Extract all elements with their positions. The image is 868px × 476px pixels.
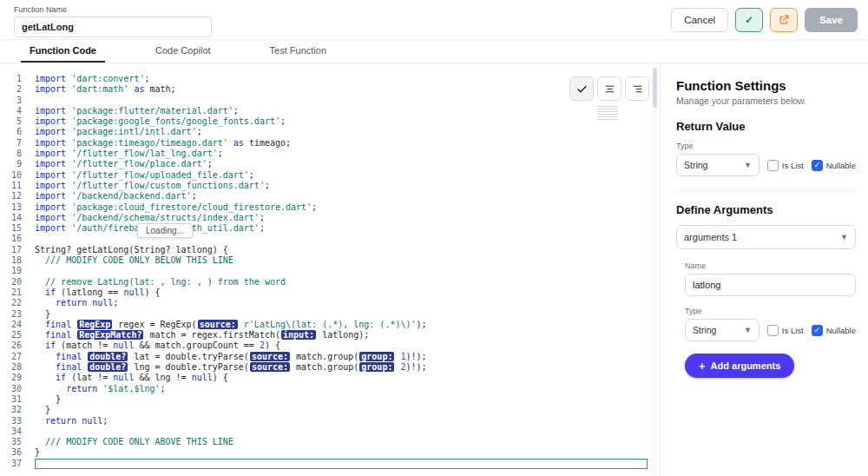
format-code-button[interactable] [597,76,621,101]
code-lines[interactable]: 1import 'dart:convert';2import 'dart:mat… [0,74,658,469]
code-line[interactable]: 28 final double? lng = double.tryParse(s… [0,362,658,373]
code-line[interactable]: 22 return null; [0,298,658,308]
add-arguments-button[interactable]: + Add arguments [685,354,794,378]
code-line[interactable]: 10import '/flutter_flow/uploaded_file.da… [0,170,658,181]
code-line[interactable]: 13import 'package:cloud_firestore/cloud_… [0,202,658,213]
line-number: 13 [0,202,35,213]
line-number: 24 [0,320,35,330]
argument-selector-value: arguments 1 [684,232,737,242]
argument-is-list-checkbox[interactable] [767,325,779,336]
code-line[interactable]: 26 if (match != null && match.groupCount… [0,340,658,351]
code-line[interactable]: 17String? getLatLong(String? latlong) { [0,245,658,255]
code-line[interactable]: 8import '/flutter_flow/lat_lng.dart'; [0,149,658,159]
line-number: 10 [0,170,35,181]
return-is-list-checkbox[interactable] [767,160,779,171]
open-external-button[interactable] [770,8,798,32]
check-icon: ✓ [745,14,753,26]
argument-nullable-label: Nullable [826,326,856,335]
code-line[interactable]: 21 if (latlong == null) { [0,288,658,298]
code-line[interactable]: 3 [0,96,658,106]
argument-selector[interactable]: arguments 1 ▼ [676,225,856,249]
tab-function-code[interactable]: Function Code [21,40,105,63]
code-line[interactable]: 4import 'package:flutter/material.dart'; [0,106,658,116]
code-line[interactable]: 35 /// MODIFY CODE ONLY ABOVE THIS LINE [0,437,658,447]
code-line[interactable]: 25 final RegExpMatch? match = regex.firs… [0,330,658,340]
code-line[interactable]: 31 } [0,394,658,405]
code-line[interactable]: 36} [0,447,658,458]
add-arguments-label: Add arguments [711,360,781,371]
code-line[interactable]: 30 return '$lat,$lng'; [0,384,658,394]
code-line[interactable]: 23 } [0,309,658,320]
scrollbar-thumb[interactable] [653,68,657,108]
line-number: 3 [0,96,35,106]
line-number: 17 [0,245,35,255]
code-editor[interactable]: 1import 'dart:convert';2import 'dart:mat… [0,64,658,476]
code-line[interactable]: 20 // remove LatLng(lat: , lng: , ) from… [0,277,658,288]
line-number: 37 [0,459,35,469]
argument-name-input[interactable] [685,274,856,296]
function-name-input[interactable] [14,17,212,37]
code-line[interactable]: 18 /// MODIFY CODE ONLY BELOW THIS LINE [0,255,658,266]
code-line[interactable]: 9import '/flutter_flow/place.dart'; [0,159,658,169]
loading-tooltip: Loading... [137,223,193,238]
cancel-button[interactable]: Cancel [671,8,728,32]
return-nullable-checkbox[interactable] [812,160,823,171]
line-number: 25 [0,330,35,340]
argument-nullable-checkbox[interactable] [812,325,823,336]
code-line[interactable]: 29 if (lat != null && lng != null) { [0,373,658,383]
argument-type-select[interactable]: String ▼ [685,319,760,341]
return-type-label: Type [676,142,856,150]
return-value-heading: Return Value [676,120,856,133]
return-nullable-label: Nullable [826,161,856,170]
line-number: 4 [0,106,35,116]
code-line[interactable]: 37 [0,459,658,469]
line-number: 5 [0,116,35,127]
code-line[interactable]: 12import '/backend/backend.dart'; [0,191,658,202]
return-type-row: String ▼ Is List Nullable [676,154,856,176]
minimap[interactable] [597,106,618,120]
indent-code-button[interactable] [625,76,649,101]
code-line[interactable]: 1import 'dart:convert'; [0,74,658,84]
line-number: 12 [0,191,35,202]
align-center-icon [604,83,615,95]
function-editor-window: Function Name Cancel ✓ Save Function Cod… [0,0,868,476]
code-line[interactable]: 24 final RegExp regex = RegExp(source: r… [0,320,658,330]
code-line[interactable]: 14import '/backend/schema/structs/index.… [0,213,658,223]
code-line[interactable]: 11import '/flutter_flow/custom_functions… [0,181,658,191]
argument-is-list-label: Is List [782,326,804,335]
code-line[interactable]: 27 final double? lat = double.tryParse(s… [0,352,658,362]
return-is-list-label: Is List [782,161,804,170]
line-number: 31 [0,394,35,405]
code-line[interactable]: 15import '/auth/firebase_auth/auth_util.… [0,223,658,234]
code-line[interactable]: 19 [0,266,658,276]
tab-code-copilot[interactable]: Code Copilot [147,40,220,63]
code-line[interactable]: 7import 'package:timeago/timeago.dart' a… [0,138,658,149]
line-number: 18 [0,255,35,266]
code-line[interactable]: 34 [0,426,658,437]
line-number: 32 [0,405,35,415]
code-line[interactable]: 16 [0,234,658,244]
tab-test-function[interactable]: Test Function [261,40,335,63]
return-type-select[interactable]: String ▼ [676,154,760,176]
code-line[interactable]: 5import 'package:google_fonts/google_fon… [0,116,658,127]
line-number: 20 [0,277,35,288]
validate-code-button[interactable] [569,76,594,101]
function-name-label: Function Name [14,5,212,14]
save-button[interactable]: Save [805,8,858,32]
line-number: 21 [0,288,35,298]
argument-type-value: String [693,325,716,335]
code-line[interactable]: 6import 'package:intl/intl.dart'; [0,127,658,137]
editor-scrollbar[interactable] [652,64,658,476]
code-line[interactable]: 2import 'dart:math' as math; [0,84,658,95]
line-number: 7 [0,138,35,149]
validate-button[interactable]: ✓ [735,8,763,32]
line-number: 11 [0,181,35,191]
plus-icon: + [699,360,706,373]
function-name-field: Function Name [14,2,212,37]
line-number: 30 [0,384,35,394]
chevron-down-icon: ▼ [840,233,848,241]
editor-toolbar [569,76,649,101]
return-type-value: String [684,160,707,170]
code-line[interactable]: 33 return null; [0,416,658,426]
code-line[interactable]: 32 } [0,405,658,415]
